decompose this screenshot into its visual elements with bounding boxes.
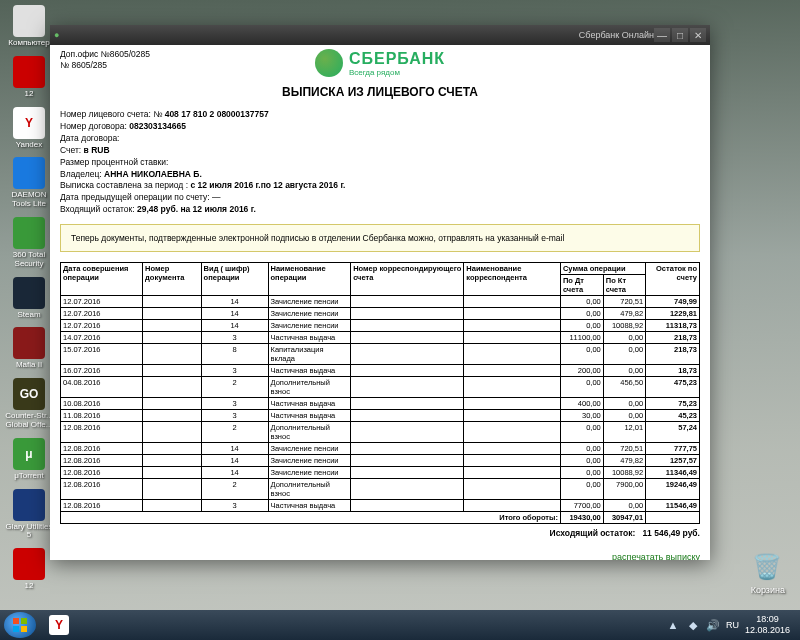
- tray-flag-icon[interactable]: ▲: [666, 618, 680, 632]
- desktop-app-icon: [13, 277, 45, 309]
- desktop-icon-label: Компьютер: [8, 39, 49, 48]
- table-row: 10.08.20163Частичная выдача400,000,0075,…: [61, 398, 700, 410]
- recycle-bin-label: Корзина: [751, 585, 785, 595]
- desktop-icon-label: μTorrent: [14, 472, 44, 481]
- desktop-icon[interactable]: DAEMON Tools Lite: [5, 157, 53, 209]
- close-button[interactable]: ✕: [690, 28, 706, 42]
- desktop-icon[interactable]: Компьютер: [5, 5, 53, 48]
- col-date: Дата совершения операции: [61, 263, 143, 296]
- tray-clock[interactable]: 18:09 12.08.2016: [745, 614, 790, 636]
- col-credit: По Кт счета: [603, 275, 645, 296]
- table-row: 12.08.20163Частичная выдача7700,000,0011…: [61, 500, 700, 512]
- desktop-icon[interactable]: 12: [5, 56, 53, 99]
- table-row: 16.07.20163Частичная выдача200,000,0018,…: [61, 365, 700, 377]
- table-row: 12.08.20162Дополнительный взнос0,0012,01…: [61, 422, 700, 443]
- bank-logo-area: СБЕРБАНК Всегда рядом: [60, 49, 700, 79]
- table-row: 12.08.201614Зачисление пенсии0,0010088,9…: [61, 467, 700, 479]
- tray-volume-icon[interactable]: 🔊: [706, 618, 720, 632]
- col-code: Вид ( шифр) операции: [201, 263, 268, 296]
- col-opname: Наименование операции: [268, 263, 351, 296]
- svg-rect-2: [13, 626, 19, 632]
- svg-rect-0: [13, 618, 19, 624]
- minimize-button[interactable]: —: [654, 28, 670, 42]
- transactions-table: Дата совершения операции Номер документа…: [60, 262, 700, 524]
- col-corr-acc: Номер корреспондирующего счета: [351, 263, 464, 296]
- desktop-app-icon: [13, 56, 45, 88]
- col-balance: Остаток по счету: [646, 263, 700, 296]
- info-notice: Теперь документы, подтвержденные электро…: [60, 224, 700, 252]
- maximize-button[interactable]: □: [672, 28, 688, 42]
- desktop-icon-label: DAEMON Tools Lite: [5, 191, 53, 209]
- totals-row: Итого обороты:19430,0030947,01: [61, 512, 700, 524]
- desktop-icon[interactable]: μμTorrent: [5, 438, 53, 481]
- desktop-icon[interactable]: GOCounter-Str... Global Offe...: [5, 378, 53, 430]
- windows-logo-icon: [12, 617, 28, 633]
- svg-rect-1: [21, 618, 27, 624]
- sberbank-logo-icon: [315, 49, 343, 77]
- desktop-icon[interactable]: 12: [5, 548, 53, 591]
- bank-name: СБЕРБАНК: [349, 50, 445, 68]
- desktop-app-icon: [13, 327, 45, 359]
- desktop-icon-label: 12: [25, 90, 34, 99]
- browser-window: ● Сбербанк Онлайн — □ ✕ Доп.офис №8605/0…: [50, 25, 710, 560]
- start-button[interactable]: [4, 612, 36, 638]
- desktop-icon-label: Steam: [17, 311, 40, 320]
- desktop-app-icon: [13, 548, 45, 580]
- desktop-app-icon: GO: [13, 378, 45, 410]
- system-tray: ▲ ◆ 🔊 RU 18:09 12.08.2016: [666, 614, 796, 636]
- taskbar: Y ▲ ◆ 🔊 RU 18:09 12.08.2016: [0, 610, 800, 640]
- table-row: 12.07.201614Зачисление пенсии0,00479,821…: [61, 308, 700, 320]
- page-title: Сбербанк Онлайн: [579, 30, 654, 40]
- desktop-app-icon: [13, 5, 45, 37]
- table-row: 04.08.20162Дополнительный взнос0,00456,5…: [61, 377, 700, 398]
- titlebar[interactable]: ● Сбербанк Онлайн — □ ✕: [50, 25, 710, 45]
- table-row: 12.07.201614Зачисление пенсии0,0010088,9…: [61, 320, 700, 332]
- closing-balance: Исходящий остаток: 11 546,49 руб.: [60, 528, 700, 538]
- desktop-icon[interactable]: Glary Utilities 5: [5, 489, 53, 541]
- col-docnum: Номер документа: [143, 263, 202, 296]
- table-row: 12.08.201614Зачисление пенсии0,00479,821…: [61, 455, 700, 467]
- desktop-app-icon: [13, 157, 45, 189]
- desktop-app-icon: Y: [13, 107, 45, 139]
- table-row: 15.07.20168Капитализация вклада0,000,002…: [61, 344, 700, 365]
- taskbar-yandex[interactable]: Y: [41, 612, 77, 638]
- col-sum: Сумма операции: [560, 263, 645, 275]
- bank-slogan: Всегда рядом: [349, 68, 400, 77]
- document-content[interactable]: Доп.офис №8605/0285 № 8605/285 СБЕРБАНК …: [50, 45, 710, 560]
- table-row: 12.08.20162Дополнительный взнос0,007900,…: [61, 479, 700, 500]
- col-corr-name: Наименование корреспондента: [464, 263, 561, 296]
- desktop-app-icon: [13, 217, 45, 249]
- recycle-bin[interactable]: 🗑️ Корзина: [751, 553, 785, 595]
- tray-lang[interactable]: RU: [726, 620, 739, 630]
- table-row: 12.07.201614Зачисление пенсии0,00720,517…: [61, 296, 700, 308]
- table-row: 14.07.20163Частичная выдача11100,000,002…: [61, 332, 700, 344]
- desktop-app-icon: [13, 489, 45, 521]
- desktop-icon-label: Counter-Str... Global Offe...: [5, 412, 53, 430]
- tray-network-icon[interactable]: ◆: [686, 618, 700, 632]
- desktop-icon[interactable]: 360 Total Security: [5, 217, 53, 269]
- col-debit: По Дт счета: [560, 275, 603, 296]
- desktop-icon[interactable]: YYandex: [5, 107, 53, 150]
- svg-rect-3: [21, 626, 27, 632]
- desktop-icon-label: 12: [25, 582, 34, 591]
- desktop-icon-label: 360 Total Security: [5, 251, 53, 269]
- desktop-app-icon: μ: [13, 438, 45, 470]
- secure-indicator-icon: ●: [54, 30, 59, 40]
- account-meta: Номер лицевого счета: № 408 17 810 2 080…: [60, 109, 700, 216]
- table-row: 12.08.201614Зачисление пенсии0,00720,517…: [61, 443, 700, 455]
- document-title: ВЫПИСКА ИЗ ЛИЦЕВОГО СЧЕТА: [60, 85, 700, 99]
- table-row: 11.08.20163Частичная выдача30,000,0045,2…: [61, 410, 700, 422]
- recycle-bin-icon: 🗑️: [752, 553, 784, 585]
- desktop-icon[interactable]: Steam: [5, 277, 53, 320]
- desktop-icon-label: Yandex: [16, 141, 43, 150]
- desktop-icons-column: Компьютер12YYandexDAEMON Tools Lite360 T…: [5, 5, 53, 591]
- print-link[interactable]: распечатать выписку: [612, 552, 700, 560]
- desktop-icon[interactable]: Mafia II: [5, 327, 53, 370]
- desktop-icon-label: Glary Utilities 5: [5, 523, 53, 541]
- desktop-icon-label: Mafia II: [16, 361, 42, 370]
